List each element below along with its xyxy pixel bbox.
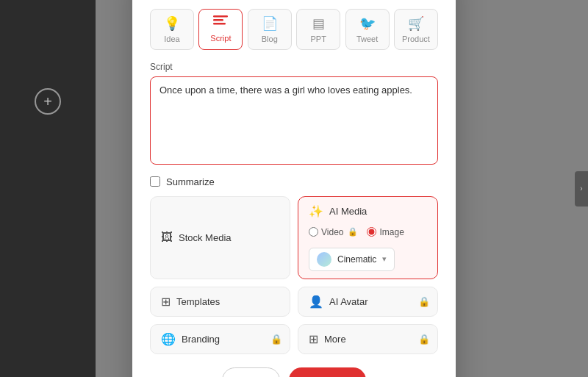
video-lock-icon: 🔒	[348, 227, 358, 237]
templates-icon: ⊞	[161, 295, 171, 309]
product-icon: 🛒	[408, 15, 424, 32]
video-radio[interactable]	[309, 227, 318, 237]
tab-idea-label: Idea	[164, 35, 179, 43]
script-field-label: Script	[150, 62, 438, 72]
tab-script[interactable]: Script	[198, 9, 243, 50]
image-label: Image	[379, 227, 404, 237]
cinematic-avatar	[317, 252, 331, 267]
bottom-row: Close Submit	[150, 367, 438, 378]
script-textarea[interactable]: Once upon a time, there was a girl who l…	[150, 76, 438, 165]
branding-card[interactable]: 🌐 Branding 🔒	[150, 324, 290, 354]
idea-icon: 💡	[164, 15, 180, 32]
ai-avatar-lock-icon: 🔒	[418, 296, 430, 307]
video-radio-label[interactable]: Video 🔒	[309, 227, 358, 237]
ppt-icon: ▤	[312, 15, 325, 32]
image-radio-label[interactable]: Image	[367, 227, 404, 237]
ai-media-icon: ✨	[309, 204, 323, 218]
video-label: Video	[321, 227, 343, 237]
svg-rect-0	[213, 15, 228, 18]
svg-rect-1	[213, 19, 223, 21]
more-card[interactable]: ⊞ More 🔒	[298, 324, 438, 354]
ai-avatar-card[interactable]: 👤 AI Avatar 🔒	[298, 287, 438, 317]
summarize-row: Summarize	[150, 176, 438, 187]
image-radio[interactable]	[367, 227, 376, 237]
tweet-icon: 🐦	[359, 15, 376, 32]
submit-button[interactable]: Submit	[289, 367, 366, 378]
magic-create-modal: Magic Create 💡 Idea Script 📄 Blog ▤ PPT	[132, 0, 456, 377]
ai-media-label: AI Media	[329, 206, 367, 217]
summarize-label: Summarize	[166, 176, 215, 187]
templates-card[interactable]: ⊞ Templates	[150, 287, 290, 317]
branding-label: Branding	[182, 334, 220, 345]
right-edge-handle[interactable]: ›	[575, 171, 588, 207]
ai-avatar-icon: 👤	[309, 295, 323, 309]
tab-product-label: Product	[402, 35, 430, 43]
branding-icon: 🌐	[161, 332, 176, 346]
cinematic-chevron-icon: ▾	[382, 254, 387, 264]
ai-media-header: ✨ AI Media	[309, 204, 367, 218]
ai-avatar-label: AI Avatar	[329, 296, 368, 307]
script-icon	[213, 15, 228, 31]
ai-media-card[interactable]: ✨ AI Media Video 🔒 Image Cinematic ▾	[298, 196, 438, 279]
tab-idea[interactable]: 💡 Idea	[150, 9, 194, 50]
svg-rect-2	[213, 23, 226, 25]
cinematic-label: Cinematic	[337, 254, 376, 265]
tab-blog[interactable]: 📄 Blog	[248, 9, 292, 50]
tab-ppt-label: PPT	[310, 35, 326, 43]
stock-media-card[interactable]: 🖼 Stock Media	[150, 196, 290, 279]
tab-row: 💡 Idea Script 📄 Blog ▤ PPT 🐦 Tweet	[150, 9, 438, 50]
templates-label: Templates	[176, 296, 220, 307]
close-button[interactable]: Close	[222, 367, 280, 378]
more-label: More	[324, 334, 346, 345]
cinematic-select[interactable]: Cinematic ▾	[309, 248, 395, 271]
options-grid: 🖼 Stock Media ✨ AI Media Video 🔒 Image	[150, 196, 438, 354]
sidebar: +	[0, 0, 96, 377]
ai-media-options: Video 🔒 Image	[309, 227, 404, 237]
stock-media-label: Stock Media	[179, 232, 232, 243]
tab-product[interactable]: 🛒 Product	[394, 9, 438, 50]
blog-icon: 📄	[262, 15, 278, 32]
tab-tweet-label: Tweet	[356, 35, 378, 43]
summarize-checkbox[interactable]	[150, 176, 160, 187]
sidebar-add-button[interactable]: +	[35, 88, 61, 115]
tab-ppt[interactable]: ▤ PPT	[296, 9, 340, 50]
more-lock-icon: 🔒	[418, 334, 430, 345]
tab-blog-label: Blog	[262, 35, 278, 43]
tab-tweet[interactable]: 🐦 Tweet	[345, 9, 390, 50]
stock-media-icon: 🖼	[161, 231, 173, 244]
more-icon: ⊞	[309, 332, 318, 346]
tab-script-label: Script	[210, 34, 231, 43]
branding-lock-icon: 🔒	[270, 334, 282, 345]
